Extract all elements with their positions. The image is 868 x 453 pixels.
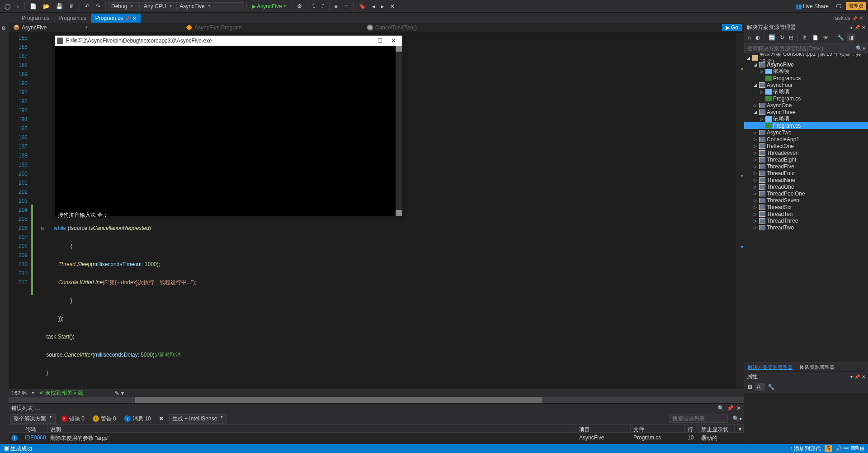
tree-node[interactable]: ▷ThreadFive <box>744 163 868 170</box>
tree-node[interactable]: ▷ThreadNine <box>744 176 868 183</box>
pin-icon[interactable]: 📌 <box>125 16 130 21</box>
back-icon[interactable]: ◐ <box>754 33 762 42</box>
wrench-icon[interactable]: 🔧 <box>835 33 846 42</box>
bm-clear-icon[interactable]: ✕ <box>387 2 397 10</box>
error-row[interactable]: i IDE0060 删除未使用的参数 "args" AsyncFive Prog… <box>9 433 744 444</box>
panel-options-icon[interactable]: ▾ <box>850 25 853 30</box>
issues-indicator[interactable]: ✔ 未找到相关问题 <box>39 389 83 397</box>
show-all-icon[interactable]: 🗎 <box>800 33 809 42</box>
categorize-icon[interactable]: ⊞ <box>746 383 754 391</box>
step-icon-1[interactable]: ⤵ <box>310 2 318 10</box>
bm-prev-icon[interactable]: ◂ <box>369 2 377 10</box>
home-icon[interactable]: ⌂ <box>746 33 753 42</box>
tree-node[interactable]: ▷依赖项 <box>744 68 868 75</box>
tree-node[interactable]: ▷AsyncTwo <box>744 129 868 136</box>
tool-icon-1[interactable]: ⚙ <box>294 2 305 10</box>
preview-icon[interactable]: 👁 <box>821 33 830 42</box>
start-button[interactable]: ▶ AsyncFive ▼ <box>249 2 289 10</box>
messages-toggle[interactable]: i消息 10 <box>122 415 154 423</box>
build-intellisense-toggle[interactable]: ✖ <box>156 415 166 422</box>
console-window[interactable]: F:\学习2\AsyncFive\bin\Debug\netcoreapp3.0… <box>55 35 402 216</box>
tree-node[interactable]: ▷ThreadTwo <box>744 224 868 231</box>
tree-node[interactable]: ▷ConsoleApp1 <box>744 136 868 143</box>
new-icon[interactable]: 📄 <box>27 2 39 10</box>
panel-options-icon[interactable]: ▾ <box>850 374 853 379</box>
live-share-button[interactable]: 👥 Live Share <box>793 2 831 10</box>
tree-node[interactable]: Program.cs <box>744 122 868 129</box>
console-output[interactable] <box>55 46 402 216</box>
tree-node[interactable]: Program.cs <box>744 95 868 102</box>
nav-scope[interactable]: 📦 AsyncFive▼ <box>10 24 91 31</box>
solution-search[interactable]: 🔍▾ <box>744 43 868 53</box>
nav-back-icon[interactable]: ◯ <box>2 2 13 10</box>
nav-method[interactable]: 🔘 CancelTaskTwo() <box>364 24 420 31</box>
tree-node[interactable]: ▷ThreadSeven <box>744 197 868 204</box>
tree-node[interactable]: ▷ThreadSix <box>744 204 868 210</box>
source-control-status[interactable]: ↑ 添加到源代 <box>790 445 821 453</box>
tree-node[interactable]: ◢AsyncThree <box>744 109 868 115</box>
redo-icon[interactable]: ↷ <box>93 2 103 10</box>
refresh-icon[interactable]: ↻ <box>778 33 786 42</box>
tab-program-2[interactable]: Program.cs <box>54 14 90 23</box>
console-scrollbar[interactable] <box>396 46 402 216</box>
sync-icon[interactable]: 🔄 <box>767 33 777 42</box>
tree-node[interactable]: ▷AsyncOne <box>744 102 868 109</box>
close-button[interactable]: ✕ <box>387 38 400 44</box>
pin-icon[interactable]: 📌 <box>854 25 860 30</box>
tree-node[interactable]: ▷ThreadFour <box>744 170 868 176</box>
tab-team-explorer[interactable]: 团队资源管理器 <box>796 363 838 372</box>
feedback-icon[interactable]: 🖵 <box>833 2 844 10</box>
error-search-input[interactable] <box>669 415 728 423</box>
tab-task[interactable]: Task.cs📌✕ <box>828 14 868 23</box>
tree-node[interactable]: ▷ReflectOne <box>744 143 868 149</box>
nav-fwd-icon[interactable]: ▸ <box>14 2 22 10</box>
tab-program-3[interactable]: Program.cs📌✕ <box>91 14 141 23</box>
search-icon[interactable]: 🔍 <box>717 405 724 411</box>
tree-node[interactable]: ▷ThreadPoolOne <box>744 190 868 197</box>
bm-next-icon[interactable]: ▸ <box>378 2 387 10</box>
solution-tree[interactable]: ◢解决方案"ConsoleApp1"(第 19 个项目，共 19 个)◢Asyn… <box>744 53 868 362</box>
tree-node[interactable]: ▷ThreadThree <box>744 217 868 224</box>
alpha-icon[interactable]: A↓ <box>755 383 765 391</box>
maximize-button[interactable]: ☐ <box>373 38 387 44</box>
nav-class[interactable]: 🔶 AsyncFive.Program <box>183 24 245 31</box>
indent-icon[interactable]: ≡ <box>332 2 340 10</box>
undo-icon[interactable]: ↶ <box>82 2 92 10</box>
solution-search-input[interactable] <box>747 45 856 52</box>
close-icon[interactable]: ✕ <box>862 374 865 379</box>
close-icon[interactable]: ✕ <box>862 25 865 30</box>
step-icon-2[interactable]: ⤴ <box>319 2 327 10</box>
tree-node[interactable]: ▷Threadeeven <box>744 149 868 156</box>
search-icon[interactable]: 🔍▾ <box>856 45 865 52</box>
server-explorer-tool[interactable]: ⚙ <box>0 23 8 34</box>
bookmark-icon[interactable]: 🔖 <box>356 2 368 10</box>
pin-icon[interactable]: 📌 <box>727 405 734 411</box>
view-icon[interactable]: ◨ <box>847 33 855 42</box>
editor-minimap[interactable] <box>736 33 744 389</box>
minimize-button[interactable]: — <box>359 38 373 44</box>
tree-node[interactable]: ◢解决方案"ConsoleApp1"(第 19 个项目，共 19 个) <box>744 54 868 61</box>
warnings-toggle[interactable]: !警告 0 <box>90 415 119 423</box>
pin-icon[interactable]: 📌 <box>854 374 860 379</box>
startup-project-dropdown[interactable]: AsyncFive▼ <box>176 2 244 10</box>
search-go-icon[interactable]: 🔍▾ <box>732 415 742 422</box>
tree-node[interactable]: ▷ThreadTen <box>744 210 868 217</box>
tab-program-1[interactable]: Program.cs <box>17 14 54 23</box>
tree-node[interactable]: ◢AsyncFour <box>744 81 868 88</box>
outdent-icon[interactable]: ≣ <box>341 2 351 10</box>
platform-dropdown[interactable]: Any CPU▼ <box>141 2 175 10</box>
prop-page-icon[interactable]: 🔧 <box>766 383 776 391</box>
close-tab-icon[interactable]: ✕ <box>132 16 136 21</box>
tree-node[interactable]: ▷依赖项 <box>744 115 868 122</box>
config-dropdown[interactable]: Debug▼ <box>108 2 140 10</box>
tree-node[interactable]: ▷ThreadEight <box>744 156 868 163</box>
tree-node[interactable]: ▷ThreadOne <box>744 183 868 190</box>
zoom-level[interactable]: 162 % <box>11 390 27 396</box>
save-icon[interactable]: 💾 <box>53 2 66 10</box>
properties-icon[interactable]: 📋 <box>810 33 821 42</box>
open-icon[interactable]: 📂 <box>40 2 52 10</box>
collapse-icon[interactable]: ⊟ <box>787 33 795 42</box>
source-dropdown[interactable]: 生成 + IntelliSense▼ <box>169 414 227 424</box>
errors-toggle[interactable]: ✕错误 0 <box>58 415 87 423</box>
saveall-icon[interactable]: 🗎 <box>66 2 77 10</box>
